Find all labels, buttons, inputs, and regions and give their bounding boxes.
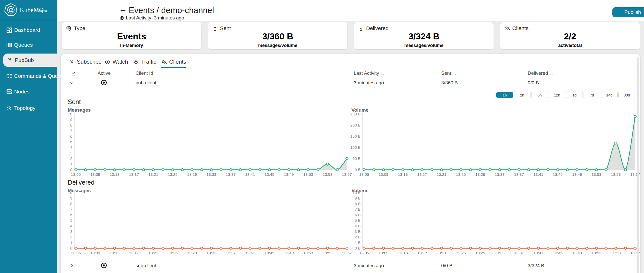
sidebar-item-label: Commands & Queries <box>14 73 66 79</box>
svg-text:13:17: 13:17 <box>417 251 427 255</box>
delivered-cell: 3/324 B <box>528 262 544 269</box>
svg-text:13:37: 13:37 <box>514 251 524 255</box>
svg-text:13:33: 13:33 <box>207 251 216 255</box>
svg-text:13:05: 13:05 <box>71 251 81 255</box>
stat-value: Events <box>62 31 201 41</box>
delivered-volume-chart: 10 B9 B8 B7 B6 B5 B4 B3 B2 B1 B0 B13:051… <box>351 190 642 258</box>
memory-icon <box>66 26 72 31</box>
column-header-last-activity[interactable]: Last Activity ↑↓ <box>354 69 384 77</box>
clients-panel: Subscribe Watch Traffic Clients <box>61 54 640 273</box>
stat-sublabel: messages/volume <box>354 43 494 48</box>
stat-label: Delivered <box>366 25 389 31</box>
svg-text:13:53: 13:53 <box>323 172 332 177</box>
stat-card-type: Type Events In-Memory <box>62 22 201 49</box>
svg-text:13:17: 13:17 <box>129 251 139 255</box>
sort-icon[interactable]: ↑↓ <box>381 71 384 76</box>
delivered-cell: 0/0 B <box>528 79 539 87</box>
svg-text:13:09: 13:09 <box>379 251 388 255</box>
time-range-selector: 1h 2h 6h 12h 1d 7d 14d 30d <box>496 92 635 98</box>
sidebar: KubeMQ Cluster Dashboard Queues PubSub <box>0 0 57 273</box>
svg-text:13:45: 13:45 <box>553 172 563 177</box>
tab-subscribe[interactable]: Subscribe <box>69 57 102 67</box>
svg-text:13:49: 13:49 <box>572 251 582 255</box>
sort-icon[interactable]: ↑↓ <box>453 71 456 76</box>
tab-watch[interactable]: Watch <box>105 57 128 67</box>
svg-text:13:41: 13:41 <box>534 251 543 255</box>
time-range-1d[interactable]: 1d <box>566 92 583 98</box>
watch-icon <box>105 59 110 65</box>
svg-text:13:25: 13:25 <box>456 251 466 255</box>
svg-text:6: 6 <box>70 213 72 217</box>
svg-text:13:33: 13:33 <box>207 172 216 177</box>
svg-text:13:33: 13:33 <box>495 172 505 177</box>
time-range-14d[interactable]: 14d <box>601 92 618 98</box>
sidebar-item-topology[interactable]: Topology <box>0 102 57 115</box>
row-expander-collapsed[interactable] <box>69 262 74 269</box>
stat-card-delivered: Delivered 3/324 B messages/volume <box>354 22 494 49</box>
group-icon <box>504 26 510 31</box>
svg-text:2: 2 <box>70 235 72 239</box>
svg-text:5 B: 5 B <box>355 218 361 222</box>
svg-text:8 B: 8 B <box>355 202 361 206</box>
svg-text:6 B: 6 B <box>355 213 361 217</box>
svg-text:13:13: 13:13 <box>110 172 120 177</box>
tab-clients[interactable]: Clients <box>161 57 186 68</box>
svg-text:13:45: 13:45 <box>264 172 274 177</box>
sidebar-item-nodes[interactable]: Nodes <box>0 85 57 98</box>
column-label: Active <box>98 70 111 76</box>
back-arrow-icon[interactable]: ← <box>119 5 127 13</box>
queues-icon <box>6 42 12 48</box>
time-range-1h[interactable]: 1h <box>496 92 513 98</box>
row-expander-expanded[interactable] <box>69 79 74 87</box>
publish-button[interactable]: Publish <box>612 7 644 17</box>
time-range-2h[interactable]: 2h <box>514 92 530 98</box>
panel-scrollbar[interactable] <box>637 57 639 273</box>
svg-text:13:29: 13:29 <box>187 251 197 255</box>
svg-text:13:57: 13:57 <box>342 172 352 177</box>
time-range-6h[interactable]: 6h <box>531 92 548 98</box>
last-activity: Last Activity: 3 minutes ago <box>120 15 184 21</box>
svg-text:13:09: 13:09 <box>90 251 100 255</box>
sidebar-item-pubsub[interactable]: PubSub <box>3 54 57 67</box>
column-header-active: Active <box>98 69 111 77</box>
svg-text:13:09: 13:09 <box>379 172 388 177</box>
column-header-delivered[interactable]: Delivered ↑↓ <box>528 69 552 77</box>
tab-traffic[interactable]: Traffic <box>133 57 156 67</box>
svg-text:13:25: 13:25 <box>168 251 177 255</box>
stat-value: 3/324 B <box>354 31 494 41</box>
time-range-7d[interactable]: 7d <box>584 92 600 98</box>
kubemq-logo-icon <box>4 3 18 17</box>
svg-text:3 B: 3 B <box>355 229 361 234</box>
svg-text:7: 7 <box>70 207 72 211</box>
svg-text:3: 3 <box>70 151 72 155</box>
sidebar-item-dashboard[interactable]: Dashboard <box>0 23 57 37</box>
svg-text:4: 4 <box>70 224 72 228</box>
svg-text:0: 0 <box>70 167 72 172</box>
sort-icon[interactable]: ↑↓ <box>550 71 552 76</box>
time-range-30d[interactable]: 30d <box>618 92 635 98</box>
column-label: Client Id <box>136 70 153 76</box>
stat-sublabel: active/total <box>500 43 640 48</box>
svg-text:0 B: 0 B <box>355 167 361 172</box>
svg-text:8: 8 <box>70 123 72 127</box>
svg-text:3: 3 <box>70 229 72 234</box>
svg-text:13:49: 13:49 <box>284 172 294 177</box>
dashboard-icon <box>6 27 12 33</box>
column-header-chart <box>71 69 76 77</box>
svg-text:13:33: 13:33 <box>495 251 505 255</box>
svg-text:13:53: 13:53 <box>611 172 621 177</box>
svg-text:13:53: 13:53 <box>611 251 621 255</box>
svg-text:13:41: 13:41 <box>245 251 255 255</box>
sent-section-title: Sent <box>68 98 81 106</box>
svg-text:13:57: 13:57 <box>342 251 352 255</box>
stat-value: 2/2 <box>500 31 640 41</box>
sidebar-item-commands-queries[interactable]: Commands & Queries <box>0 69 57 83</box>
record-icon <box>120 16 124 20</box>
sidebar-item-label: Dashboard <box>14 27 40 33</box>
sidebar-item-queues[interactable]: Queues <box>0 38 57 52</box>
stat-value: 3/360 B <box>208 31 347 41</box>
column-header-sent[interactable]: Sent ↑↓ <box>441 69 456 77</box>
stat-sublabel: In-Memory <box>62 43 201 48</box>
time-range-12h[interactable]: 12h <box>549 92 565 98</box>
column-label: Sent <box>441 70 451 76</box>
